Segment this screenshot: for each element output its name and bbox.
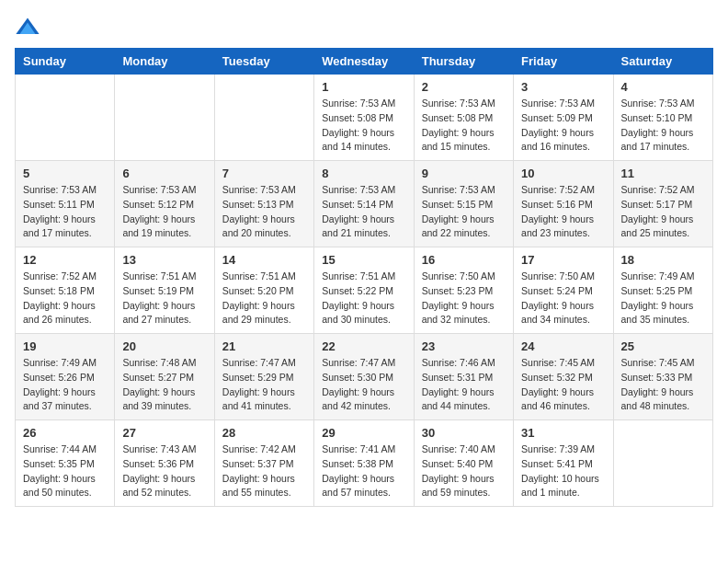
calendar-day-cell: 18Sunrise: 7:49 AMSunset: 5:25 PMDayligh… [613, 247, 712, 334]
day-of-week-header: Saturday [613, 49, 712, 75]
day-number: 5 [23, 167, 107, 180]
calendar-day-cell: 16Sunrise: 7:50 AMSunset: 5:23 PMDayligh… [414, 247, 513, 334]
calendar-week-row: 26Sunrise: 7:44 AMSunset: 5:35 PMDayligh… [16, 420, 713, 507]
day-number: 7 [222, 167, 306, 180]
calendar-day-cell: 11Sunrise: 7:52 AMSunset: 5:17 PMDayligh… [613, 161, 712, 247]
day-info: Sunrise: 7:45 AMSunset: 5:32 PMDaylight:… [521, 356, 605, 414]
day-of-week-header: Monday [115, 49, 214, 75]
day-info: Sunrise: 7:53 AMSunset: 5:11 PMDaylight:… [23, 183, 107, 241]
calendar-day-cell: 24Sunrise: 7:45 AMSunset: 5:32 PMDayligh… [514, 334, 613, 420]
calendar-week-row: 12Sunrise: 7:52 AMSunset: 5:18 PMDayligh… [16, 247, 713, 334]
day-info: Sunrise: 7:41 AMSunset: 5:38 PMDaylight:… [322, 442, 405, 500]
calendar-day-cell: 15Sunrise: 7:51 AMSunset: 5:22 PMDayligh… [314, 247, 414, 334]
calendar-day-cell: 12Sunrise: 7:52 AMSunset: 5:18 PMDayligh… [16, 247, 115, 334]
day-info: Sunrise: 7:40 AMSunset: 5:40 PMDaylight:… [422, 442, 506, 500]
day-info: Sunrise: 7:53 AMSunset: 5:10 PMDaylight:… [621, 97, 705, 155]
day-info: Sunrise: 7:47 AMSunset: 5:30 PMDaylight:… [322, 356, 405, 414]
calendar-day-cell [613, 420, 712, 507]
day-number: 4 [621, 80, 705, 94]
day-number: 18 [621, 253, 705, 267]
day-number: 1 [322, 80, 405, 94]
day-number: 13 [122, 253, 206, 267]
day-info: Sunrise: 7:44 AMSunset: 5:35 PMDaylight:… [23, 442, 107, 500]
day-info: Sunrise: 7:53 AMSunset: 5:15 PMDaylight:… [422, 183, 506, 241]
page-header [15, 15, 713, 40]
day-of-week-header: Friday [514, 49, 613, 75]
calendar-day-cell: 30Sunrise: 7:40 AMSunset: 5:40 PMDayligh… [414, 420, 513, 507]
day-number: 29 [322, 426, 405, 440]
calendar-day-cell: 5Sunrise: 7:53 AMSunset: 5:11 PMDaylight… [16, 161, 115, 247]
day-info: Sunrise: 7:53 AMSunset: 5:09 PMDaylight:… [521, 97, 605, 155]
day-info: Sunrise: 7:48 AMSunset: 5:27 PMDaylight:… [122, 356, 206, 414]
day-number: 9 [422, 167, 506, 180]
day-info: Sunrise: 7:51 AMSunset: 5:22 PMDaylight:… [322, 270, 405, 327]
calendar-week-row: 1Sunrise: 7:53 AMSunset: 5:08 PMDaylight… [16, 75, 713, 161]
day-of-week-header: Sunday [16, 49, 115, 75]
calendar-day-cell: 19Sunrise: 7:49 AMSunset: 5:26 PMDayligh… [16, 334, 115, 420]
day-info: Sunrise: 7:45 AMSunset: 5:33 PMDaylight:… [621, 356, 705, 414]
calendar-day-cell [16, 75, 115, 161]
day-of-week-header: Wednesday [314, 49, 414, 75]
day-number: 16 [422, 253, 506, 267]
calendar-day-cell: 28Sunrise: 7:42 AMSunset: 5:37 PMDayligh… [214, 420, 313, 507]
day-number: 3 [521, 80, 605, 94]
logo-icon [15, 15, 40, 40]
calendar-table: SundayMondayTuesdayWednesdayThursdayFrid… [15, 48, 713, 507]
day-number: 10 [521, 167, 605, 180]
logo [15, 15, 44, 40]
day-number: 21 [222, 339, 306, 353]
day-info: Sunrise: 7:49 AMSunset: 5:26 PMDaylight:… [23, 356, 107, 414]
day-info: Sunrise: 7:46 AMSunset: 5:31 PMDaylight:… [422, 356, 506, 414]
calendar-day-cell: 22Sunrise: 7:47 AMSunset: 5:30 PMDayligh… [314, 334, 414, 420]
calendar-day-cell: 7Sunrise: 7:53 AMSunset: 5:13 PMDaylight… [214, 161, 313, 247]
day-number: 28 [222, 426, 306, 440]
day-number: 22 [322, 339, 405, 353]
day-info: Sunrise: 7:51 AMSunset: 5:20 PMDaylight:… [222, 270, 306, 327]
calendar-day-cell: 2Sunrise: 7:53 AMSunset: 5:08 PMDaylight… [414, 75, 513, 161]
day-info: Sunrise: 7:43 AMSunset: 5:36 PMDaylight:… [122, 442, 206, 500]
day-of-week-header: Tuesday [214, 49, 313, 75]
day-info: Sunrise: 7:50 AMSunset: 5:23 PMDaylight:… [422, 270, 506, 327]
calendar-day-cell [214, 75, 313, 161]
day-info: Sunrise: 7:49 AMSunset: 5:25 PMDaylight:… [621, 270, 705, 327]
day-number: 8 [322, 167, 405, 180]
day-info: Sunrise: 7:42 AMSunset: 5:37 PMDaylight:… [222, 442, 306, 500]
calendar-day-cell: 21Sunrise: 7:47 AMSunset: 5:29 PMDayligh… [214, 334, 313, 420]
day-number: 20 [122, 339, 206, 353]
calendar-day-cell: 20Sunrise: 7:48 AMSunset: 5:27 PMDayligh… [115, 334, 214, 420]
day-number: 6 [122, 167, 206, 180]
calendar-day-cell: 10Sunrise: 7:52 AMSunset: 5:16 PMDayligh… [514, 161, 613, 247]
calendar-day-cell: 9Sunrise: 7:53 AMSunset: 5:15 PMDaylight… [414, 161, 513, 247]
day-number: 14 [222, 253, 306, 267]
day-info: Sunrise: 7:52 AMSunset: 5:18 PMDaylight:… [23, 270, 107, 327]
calendar-day-cell [115, 75, 214, 161]
day-number: 30 [422, 426, 506, 440]
day-number: 24 [521, 339, 605, 353]
day-number: 11 [621, 167, 705, 180]
day-info: Sunrise: 7:53 AMSunset: 5:08 PMDaylight:… [422, 97, 506, 155]
calendar-day-cell: 4Sunrise: 7:53 AMSunset: 5:10 PMDaylight… [613, 75, 712, 161]
calendar-day-cell: 8Sunrise: 7:53 AMSunset: 5:14 PMDaylight… [314, 161, 414, 247]
calendar-day-cell: 6Sunrise: 7:53 AMSunset: 5:12 PMDaylight… [115, 161, 214, 247]
day-info: Sunrise: 7:53 AMSunset: 5:08 PMDaylight:… [322, 97, 405, 155]
day-info: Sunrise: 7:53 AMSunset: 5:12 PMDaylight:… [122, 183, 206, 241]
day-info: Sunrise: 7:52 AMSunset: 5:17 PMDaylight:… [621, 183, 705, 241]
day-number: 2 [422, 80, 506, 94]
header-row: SundayMondayTuesdayWednesdayThursdayFrid… [16, 49, 713, 75]
calendar-day-cell: 17Sunrise: 7:50 AMSunset: 5:24 PMDayligh… [514, 247, 613, 334]
day-info: Sunrise: 7:47 AMSunset: 5:29 PMDaylight:… [222, 356, 306, 414]
calendar-week-row: 19Sunrise: 7:49 AMSunset: 5:26 PMDayligh… [16, 334, 713, 420]
day-number: 23 [422, 339, 506, 353]
day-info: Sunrise: 7:39 AMSunset: 5:41 PMDaylight:… [521, 442, 605, 500]
calendar-day-cell: 31Sunrise: 7:39 AMSunset: 5:41 PMDayligh… [514, 420, 613, 507]
calendar-day-cell: 13Sunrise: 7:51 AMSunset: 5:19 PMDayligh… [115, 247, 214, 334]
calendar-day-cell: 27Sunrise: 7:43 AMSunset: 5:36 PMDayligh… [115, 420, 214, 507]
day-number: 25 [621, 339, 705, 353]
day-info: Sunrise: 7:50 AMSunset: 5:24 PMDaylight:… [521, 270, 605, 327]
calendar-week-row: 5Sunrise: 7:53 AMSunset: 5:11 PMDaylight… [16, 161, 713, 247]
calendar-day-cell: 14Sunrise: 7:51 AMSunset: 5:20 PMDayligh… [214, 247, 313, 334]
calendar-day-cell: 29Sunrise: 7:41 AMSunset: 5:38 PMDayligh… [314, 420, 414, 507]
day-number: 26 [23, 426, 107, 440]
day-number: 17 [521, 253, 605, 267]
day-number: 12 [23, 253, 107, 267]
